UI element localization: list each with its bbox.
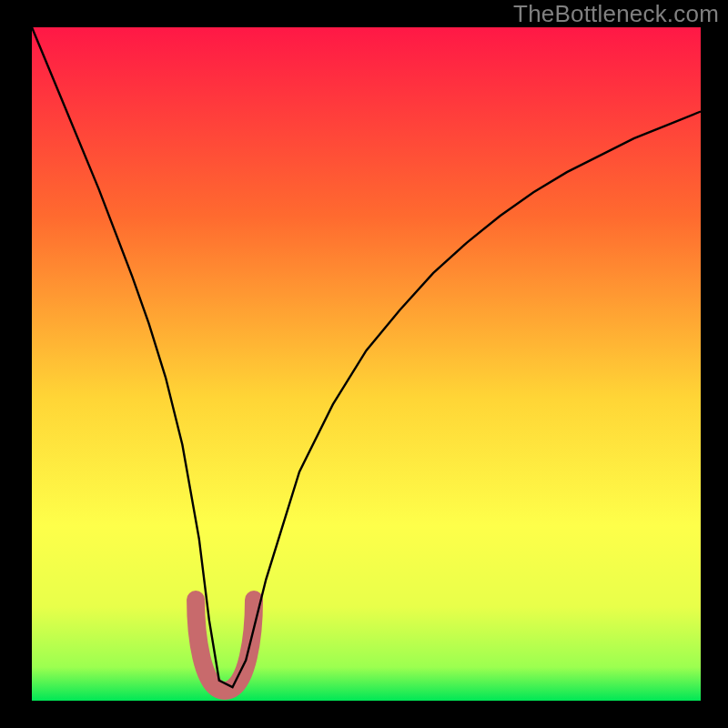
chart-svg — [0, 0, 728, 728]
watermark-text: TheBottleneck.com — [513, 0, 719, 28]
plot-area — [32, 27, 701, 701]
chart-frame: { "watermark": "TheBottleneck.com", "col… — [0, 0, 728, 728]
